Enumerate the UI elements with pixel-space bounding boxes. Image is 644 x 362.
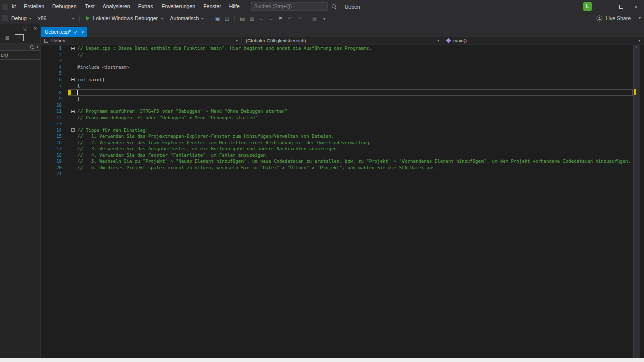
project-dropdown[interactable]: Ueben ▾	[41, 37, 242, 44]
fold-margin[interactable]	[71, 77, 75, 83]
panel-toolbar-button[interactable]: ▦	[3, 34, 12, 41]
bookmark-window-icon[interactable]: ▦	[310, 16, 319, 21]
search-input[interactable]	[254, 4, 325, 9]
code-text: // Tipps für den Einstieg:	[77, 127, 151, 134]
code-editor[interactable]: 1// Ueben.cpp : Diese Datei enthält die …	[41, 45, 644, 358]
close-button[interactable]: ×	[629, 0, 644, 13]
line-number: 21	[41, 171, 62, 177]
start-debugging-button[interactable]: Lokaler Windows-Debugger ▾	[82, 14, 166, 23]
line-number: 8	[41, 89, 62, 96]
code-line[interactable]: 4#include <iostream>	[41, 64, 633, 71]
code-line[interactable]: 13	[41, 121, 633, 127]
account-avatar[interactable]: L	[583, 2, 592, 11]
code-line[interactable]: 3	[41, 58, 633, 64]
code-line[interactable]: 21	[41, 171, 633, 177]
collapse-region-icon[interactable]	[71, 47, 75, 50]
code-line[interactable]: 14// Tipps für den Einstieg:	[41, 127, 633, 134]
code-line[interactable]: 15// 1. Verwenden Sie das Projektmappen-…	[41, 133, 633, 140]
outline-guide	[73, 152, 73, 159]
line-number: 18	[41, 152, 62, 159]
vertical-scrollbar[interactable]: +	[633, 45, 640, 358]
scope-dropdown[interactable]: (Globaler Gültigkeitsbereich) ▾	[242, 37, 443, 44]
fold-margin	[71, 64, 75, 71]
menu-item-hilfe[interactable]: Hilfe	[225, 0, 244, 13]
line-number: 15	[41, 133, 62, 140]
menu-item-debuggen[interactable]: Debuggen	[48, 0, 80, 13]
menu-item-kt[interactable]: kt	[8, 0, 20, 13]
menu-item-erstellen[interactable]: Erstellen	[20, 0, 48, 13]
code-line[interactable]: 6int main()	[41, 77, 633, 83]
code-line[interactable]: 1// Ueben.cpp : Diese Datei enthält die …	[41, 45, 633, 52]
toolbar-options-chevron-icon[interactable]: ▾	[320, 16, 329, 21]
decrease-indent-icon[interactable]: ←	[257, 16, 266, 21]
outline-guide	[73, 133, 73, 140]
vs-window: ktErstellenDebuggenTestAnalysierenExtras…	[0, 0, 644, 362]
auto-dropdown-value: Automatisch	[170, 15, 199, 21]
increase-indent-icon[interactable]: →	[267, 16, 275, 21]
code-line[interactable]: 19// 5. Wechseln Sie zu "Projekt" > "Neu…	[41, 158, 633, 165]
menu-item-fenster[interactable]: Fenster	[199, 0, 225, 13]
current-line-highlight	[68, 89, 633, 96]
process-selector-icon[interactable]: ▣	[213, 16, 222, 21]
code-token: //	[77, 52, 83, 57]
outline-guide	[73, 146, 73, 152]
code-line[interactable]: 7{	[41, 83, 633, 89]
solution-config-value: Debug	[11, 15, 27, 21]
solution-config-dropdown[interactable]: Debug ▾	[8, 14, 34, 23]
panel-search-box[interactable]: ▾	[0, 43, 40, 51]
chevron-down-icon[interactable]: ▾	[36, 45, 38, 49]
close-icon[interactable]: ×	[81, 30, 84, 35]
fold-margin	[71, 171, 75, 177]
code-line[interactable]: 18// 4. Verwenden Sie das Fenster "Fehle…	[41, 152, 633, 159]
code-line[interactable]: 20// 6. Um dieses Projekt später erneut …	[41, 165, 633, 171]
snapshot-icon[interactable]: ◫	[223, 16, 231, 21]
search-icon[interactable]	[331, 4, 337, 9]
tab-ueben-cpp[interactable]: Ueben.cpp* ⊣ ×	[41, 27, 87, 37]
pin-icon[interactable]: ⊣	[23, 25, 30, 32]
menu-item-erweiterungen[interactable]: Erweiterungen	[157, 0, 199, 13]
chevron-down-icon: ▾	[201, 17, 203, 20]
code-line[interactable]: 2//	[41, 52, 633, 58]
close-icon[interactable]: ×	[34, 26, 37, 31]
collapse-region-icon[interactable]	[71, 128, 75, 132]
next-bookmark-icon[interactable]: ↷	[295, 16, 304, 21]
code-line[interactable]: 10	[41, 102, 633, 109]
minimize-button[interactable]: ─	[599, 0, 614, 13]
member-dropdown[interactable]: main() ▾	[443, 37, 644, 44]
menu-item-analysieren[interactable]: Analysieren	[99, 0, 134, 13]
code-line[interactable]: 12// Programm debuggen: F5 oder "Debugge…	[41, 115, 633, 121]
previous-bookmark-icon[interactable]: ↶	[286, 16, 294, 21]
panel-search-input[interactable]	[13, 44, 28, 49]
platform-dropdown[interactable]: x86 ▾	[34, 14, 77, 23]
editor-split-handle[interactable]: +	[634, 45, 640, 50]
bookmark-icon[interactable]: ⚑	[276, 16, 285, 21]
code-line[interactable]: 17// 3. Verwenden Sie das Ausgabefenster…	[41, 146, 633, 152]
code-line[interactable]: 11// Programm ausführen: STRG+F5 oder "D…	[41, 108, 633, 115]
code-line[interactable]: 9}	[41, 96, 633, 102]
fold-margin[interactable]	[71, 127, 75, 134]
panel-toolbar-button-active[interactable]: −	[15, 34, 24, 41]
search-box[interactable]	[251, 2, 328, 11]
code-token: // Tipps für den Einstieg:	[77, 128, 151, 133]
fold-margin	[71, 96, 75, 102]
code-line[interactable]: 5	[41, 70, 633, 77]
code-line[interactable]: 16// 2. Verwenden Sie das Team Explorer-…	[41, 140, 633, 146]
live-share-label[interactable]: Live Share	[606, 15, 631, 21]
uncomment-lines-icon[interactable]: ▥	[248, 16, 256, 21]
toolbar-separator	[79, 15, 80, 22]
menu-item-test[interactable]: Test	[81, 0, 99, 13]
fold-margin[interactable]	[71, 108, 75, 115]
code-line[interactable]: 8	[41, 89, 633, 96]
line-number: 5	[41, 70, 62, 77]
fold-margin[interactable]	[71, 45, 75, 52]
collapse-region-icon[interactable]	[71, 78, 75, 81]
restore-button[interactable]	[614, 0, 629, 13]
collapse-region-icon[interactable]	[71, 110, 75, 113]
fold-margin	[71, 133, 75, 140]
comment-lines-icon[interactable]: ▤	[238, 16, 247, 21]
fold-margin	[71, 152, 75, 159]
pin-icon[interactable]: ⊣	[73, 29, 79, 35]
toolbar-overflow-icon[interactable]: ▾	[639, 16, 641, 20]
menu-item-extras[interactable]: Extras	[134, 0, 157, 13]
auto-dropdown[interactable]: Automatisch ▾	[167, 14, 207, 23]
